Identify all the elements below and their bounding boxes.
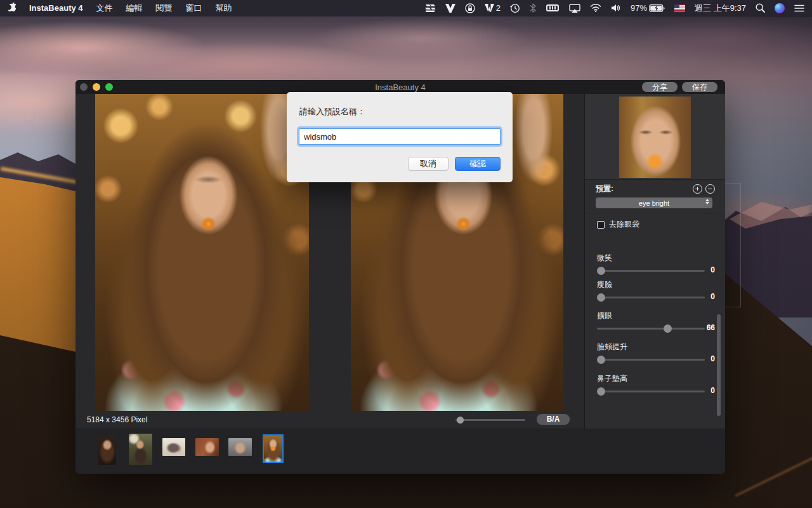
slider-track[interactable]: [597, 297, 705, 298]
layers-icon[interactable]: [424, 4, 436, 13]
image-size-label: 5184 x 3456 Pixel: [87, 415, 147, 424]
notification-center-icon[interactable]: [794, 4, 804, 12]
menu-view[interactable]: 閱覽: [156, 3, 173, 14]
slider-value: 0: [700, 265, 715, 274]
menu-file[interactable]: 文件: [96, 3, 113, 14]
adobe-badge-count: 2: [496, 3, 501, 13]
remove-eyebags-checkbox[interactable]: [597, 221, 605, 229]
slider-label: 微笑: [597, 253, 715, 264]
battery-module-icon[interactable]: [546, 4, 560, 12]
preview-section: [585, 94, 725, 180]
face-preview-image: [619, 97, 691, 178]
battery-percent: 97%: [631, 3, 647, 13]
siri-icon[interactable]: [775, 3, 785, 13]
us-flag-icon[interactable]: [674, 4, 685, 11]
canvas-statusbar: 5184 x 3456 Pixel B/A: [75, 411, 584, 429]
save-button[interactable]: 保存: [682, 82, 717, 92]
preset-dropdown[interactable]: eye bright: [596, 197, 712, 208]
battery-status[interactable]: 97%: [631, 3, 665, 13]
filmstrip-thumbnail-4[interactable]: [195, 438, 219, 456]
filmstrip: [75, 429, 725, 474]
add-preset-button[interactable]: [693, 184, 702, 194]
traffic-lights: [80, 83, 113, 91]
filmstrip-thumbnail-5[interactable]: [228, 438, 252, 456]
zoom-slider-thumb[interactable]: [457, 417, 464, 424]
slider-smile: 微笑 0: [597, 253, 715, 264]
dialog-prompt: 請輸入預設名稱：: [299, 106, 365, 117]
preset-name-dialog: 請輸入預設名稱： 取消 確認: [287, 92, 513, 182]
remove-eyebags-label: 去除眼袋: [609, 219, 639, 230]
filmstrip-thumbnail-1[interactable]: [98, 436, 116, 465]
slider-thumb[interactable]: [597, 356, 605, 364]
slider-thumb[interactable]: [664, 324, 672, 333]
minimize-button[interactable]: [93, 83, 100, 91]
slider-label: 臉頰提升: [597, 342, 715, 352]
slider-value: 66: [700, 323, 715, 332]
slider-thumb[interactable]: [597, 293, 605, 302]
filmstrip-thumbnail-3[interactable]: [162, 438, 185, 456]
menu-edit[interactable]: 編輯: [126, 3, 143, 14]
slider-value: 0: [700, 354, 715, 363]
slider-value: 0: [700, 386, 715, 395]
share-button[interactable]: 分享: [642, 82, 678, 92]
slider-thumb[interactable]: [597, 267, 605, 275]
slider-nose-lift: 鼻子墊高 0: [597, 373, 715, 384]
menubar-app-name[interactable]: InstaBeauty 4: [29, 3, 83, 13]
adobe-icon[interactable]: 2: [485, 3, 501, 13]
v-app-icon[interactable]: [445, 4, 455, 13]
preset-name-input[interactable]: [299, 128, 501, 145]
filmstrip-thumbnail-selected[interactable]: [263, 434, 284, 463]
remove-preset-button[interactable]: [705, 184, 715, 194]
slider-slim-face: 瘦臉 0: [597, 279, 715, 290]
preset-label: 預置:: [596, 184, 613, 194]
window-title: InstaBeauty 4: [75, 83, 725, 92]
photo-before: [95, 94, 309, 411]
bluetooth-icon[interactable]: [530, 3, 536, 13]
apple-logo-icon: [8, 3, 16, 12]
slider-cheek-lift: 臉頰提升 0: [597, 342, 715, 352]
before-after-toggle[interactable]: B/A: [537, 414, 570, 425]
slider-track[interactable]: [597, 328, 705, 330]
remove-eyebags-row[interactable]: 去除眼袋: [597, 219, 639, 230]
menu-window[interactable]: 窗口: [186, 3, 202, 14]
confirm-button[interactable]: 確認: [455, 157, 501, 171]
slider-label: 鼻子墊高: [597, 373, 715, 384]
slider-label: 瘦臉: [597, 279, 715, 290]
slider-value: 0: [700, 292, 715, 301]
battery-charging-icon: [649, 4, 665, 12]
menu-help[interactable]: 幫助: [216, 3, 232, 14]
adjustment-panel: 預置: eye bright 去除眼袋 微笑 0: [584, 94, 725, 429]
slider-enlarge-eyes: 擴眼 66: [597, 311, 715, 321]
cancel-button[interactable]: 取消: [408, 157, 449, 171]
panel-scrollbar[interactable]: [717, 314, 721, 416]
chevron-up-down-icon: [705, 199, 709, 204]
close-button[interactable]: [80, 83, 88, 91]
slider-track[interactable]: [597, 359, 705, 361]
desktop-artifact-outline: [724, 183, 741, 307]
menu-bar: InstaBeauty 4 文件 編輯 閱覽 窗口 幫助 2: [0, 0, 812, 16]
slider-thumb[interactable]: [597, 387, 605, 396]
spotlight-icon[interactable]: [756, 3, 765, 13]
filmstrip-thumbnail-2[interactable]: [129, 434, 152, 465]
airplay-icon[interactable]: [569, 4, 580, 13]
apple-menu[interactable]: [8, 3, 16, 14]
slider-label: 擴眼: [597, 311, 715, 321]
zoom-button[interactable]: [105, 83, 113, 91]
volume-icon[interactable]: [611, 4, 621, 12]
time-machine-icon[interactable]: [510, 3, 520, 13]
slider-track[interactable]: [597, 270, 705, 272]
zoom-slider[interactable]: [455, 419, 525, 421]
preset-dropdown-value: eye bright: [639, 199, 669, 207]
wifi-icon[interactable]: [590, 4, 601, 12]
lock-app-icon[interactable]: [465, 3, 475, 13]
preset-section: 預置: eye bright: [585, 180, 725, 213]
menubar-clock[interactable]: 週三 上午9:37: [695, 3, 746, 14]
slider-track[interactable]: [597, 391, 705, 392]
